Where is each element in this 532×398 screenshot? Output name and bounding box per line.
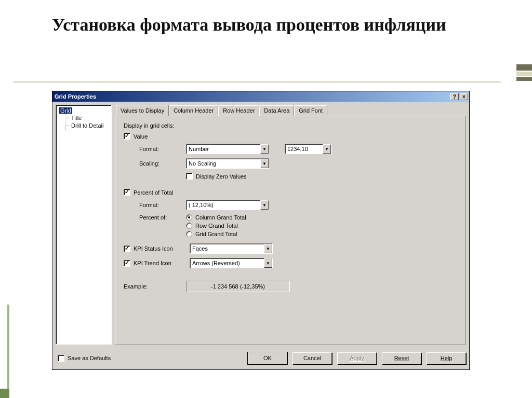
percent-of-total-label: Percent of Total xyxy=(134,189,173,196)
grid-properties-dialog: Grid Properties ? × Grid ┈ Title ┈ Drill… xyxy=(52,91,470,370)
slide-divider xyxy=(14,81,501,83)
apply-button[interactable]: Apply xyxy=(337,352,377,364)
radio-grid-grand-total[interactable] xyxy=(186,231,192,237)
cancel-button[interactable]: Cancel xyxy=(292,352,332,364)
values-to-display-page: Display in grid cells: Value Format: Num… xyxy=(115,116,466,345)
radio-row-label: Row Grand Total xyxy=(195,223,238,229)
tab-values-to-display[interactable]: Values to Display xyxy=(116,105,169,116)
scaling-combo[interactable]: No Scaling ▼ xyxy=(186,158,269,169)
dialog-footer: Save as Defaults OK Cancel Apply Reset H… xyxy=(56,351,466,365)
display-zero-checkbox[interactable] xyxy=(186,173,193,180)
chevron-down-icon[interactable]: ▼ xyxy=(323,144,331,154)
tree-item-grid[interactable]: Grid xyxy=(57,107,110,114)
kpi-trend-combo[interactable]: Arrows (Reversed) ▼ xyxy=(190,258,273,268)
chevron-down-icon[interactable]: ▼ xyxy=(264,258,272,268)
tabstrip: Values to Display Column Header Row Head… xyxy=(115,105,466,116)
tab-column-header[interactable]: Column Header xyxy=(169,105,218,117)
category-tree[interactable]: Grid ┈ Title ┈ Drill to Detail xyxy=(56,105,112,345)
tab-grid-font[interactable]: Grid Font xyxy=(294,105,327,117)
tree-item-drill[interactable]: ┈ Drill to Detail xyxy=(62,122,110,130)
format-combo[interactable]: Number ▼ xyxy=(186,144,269,154)
percent-format-combo[interactable]: ( 12,10%) ▼ xyxy=(186,200,269,210)
kpi-trend-label: KPI Trend Icon xyxy=(134,260,190,266)
value-label: Value xyxy=(134,133,148,140)
radio-row-grand-total[interactable] xyxy=(186,223,192,229)
chevron-down-icon[interactable]: ▼ xyxy=(260,144,269,154)
help-button[interactable]: Help xyxy=(427,352,466,364)
radio-column-grand-total[interactable] xyxy=(186,214,192,221)
radio-column-label: Column Grand Total xyxy=(195,214,246,221)
display-in-grid-label: Display in grid cells: xyxy=(124,122,457,129)
chevron-down-icon[interactable]: ▼ xyxy=(260,200,269,210)
tab-data-area[interactable]: Data Area xyxy=(259,105,294,117)
example-label: Example: xyxy=(124,283,186,290)
format-label: Format: xyxy=(139,146,186,152)
value-checkbox[interactable] xyxy=(124,133,130,140)
tree-item-title[interactable]: ┈ Title xyxy=(62,114,110,122)
save-as-defaults-checkbox[interactable] xyxy=(58,355,64,362)
chevron-down-icon[interactable]: ▼ xyxy=(260,159,269,168)
decimals-combo[interactable]: 1234,10 ▼ xyxy=(285,144,331,154)
pformat-label: Format: xyxy=(139,202,186,208)
radio-grid-label: Grid Grand Total xyxy=(195,231,237,237)
kpi-status-combo[interactable]: Faces ▼ xyxy=(190,243,273,254)
reset-button[interactable]: Reset xyxy=(382,352,421,364)
example-value: -1 234 568 (-12,35%) xyxy=(186,281,290,292)
slide-title: Установка формата вывода процентов инфля… xyxy=(52,15,496,35)
kpi-trend-checkbox[interactable] xyxy=(124,260,130,267)
titlebar: Grid Properties ? × xyxy=(52,91,469,102)
percent-of-label: Percent of: xyxy=(139,214,186,221)
kpi-status-label: KPI Status Icon xyxy=(134,245,190,252)
display-zero-label: Display Zero Values xyxy=(196,173,247,180)
kpi-status-checkbox[interactable] xyxy=(124,245,130,252)
close-icon[interactable]: × xyxy=(460,93,468,100)
percent-of-total-checkbox[interactable] xyxy=(124,189,130,196)
chevron-down-icon[interactable]: ▼ xyxy=(264,244,272,253)
scaling-label: Scaling: xyxy=(139,160,186,167)
titlebar-text: Grid Properties xyxy=(55,93,449,100)
ok-button[interactable]: OK xyxy=(248,352,287,364)
tab-row-header[interactable]: Row Header xyxy=(218,105,259,117)
save-as-defaults-label: Save as Defaults xyxy=(68,355,111,361)
help-icon[interactable]: ? xyxy=(450,93,459,100)
